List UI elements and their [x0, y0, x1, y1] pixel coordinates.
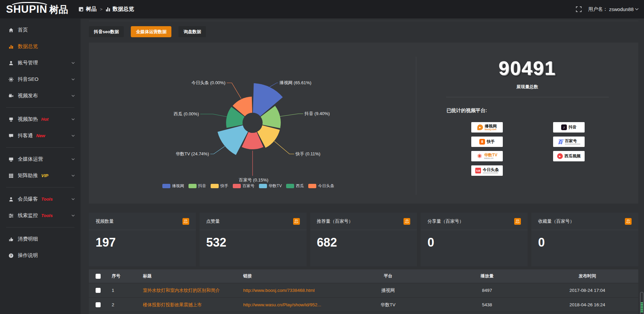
- col-header-no: 序号: [107, 273, 140, 279]
- legend-item-6[interactable]: 今日头条: [308, 183, 334, 189]
- bar-chart-icon: [106, 7, 110, 11]
- rose-pie-chart[interactable]: 播视网 (65.61%)抖音 (9.40%)快手 (0.11%)百家号 (0.1…: [89, 43, 418, 202]
- stat-card-3: 分享量（百家号）总0: [421, 213, 528, 266]
- username-value: zswodun88: [609, 7, 634, 12]
- fullscreen-icon[interactable]: [576, 6, 582, 12]
- logo-text-cn: 树品: [49, 5, 68, 14]
- sidebar-item-question[interactable]: ?操作说明: [0, 247, 80, 264]
- cell-time: 2017-08-24 17:04: [536, 288, 638, 293]
- user-icon: [8, 60, 14, 66]
- sidebar-item-home[interactable]: 首页: [0, 22, 80, 38]
- pie-label-4: 华数TV (24.74%): [176, 151, 209, 156]
- legend-item-5[interactable]: 西瓜: [286, 183, 304, 189]
- col-header-platform: 平台: [338, 273, 438, 279]
- sidebar-item-label: 全媒体运营: [18, 156, 43, 162]
- platform-badge-subtext: wasu.cn: [484, 157, 493, 159]
- platform-badge-text: 播视网: [485, 124, 497, 128]
- videos-table: 序号标题链接平台播放量发布时间1室外水纹灯和室内水纹灯的区别和简介http://…: [89, 269, 638, 314]
- sidebar-divider: [6, 187, 74, 188]
- sidebar-item-screen[interactable]: 全媒体运营: [0, 151, 80, 167]
- sidebar-item-tag: VIP: [41, 173, 48, 178]
- data-tabs: 抖音seo数据全媒体运营数据询盘数据: [89, 26, 638, 37]
- chat-icon: [8, 133, 14, 139]
- cell-platform: 播视网: [338, 287, 438, 294]
- sidebar-item-label: 抖音SEO: [18, 76, 39, 83]
- chevron-down-icon: [71, 62, 75, 64]
- tab-all-media[interactable]: 全媒体运营数据: [131, 26, 171, 37]
- douyin-logo-icon: ♪: [561, 124, 567, 130]
- total-badge: 总: [404, 218, 410, 225]
- sidebar-item-tag: Tools: [41, 197, 53, 202]
- sidebar-item-label: 首页: [18, 27, 28, 33]
- legend-label: 华数TV: [269, 183, 282, 189]
- member-icon: [8, 197, 14, 202]
- legend-item-2[interactable]: 快手: [211, 183, 228, 189]
- bars-icon: [8, 44, 14, 49]
- pie-sector-4[interactable]: 华数TV (24.74%): [218, 125, 248, 155]
- legend-mark: [162, 184, 170, 188]
- legend-mark: [189, 184, 197, 188]
- sidebar-item-user[interactable]: 账号管理: [0, 55, 80, 71]
- chevron-down-icon: [71, 118, 75, 120]
- kuaishou-logo-icon: 8: [479, 139, 485, 145]
- sidebar-item-hand[interactable]: 消费明细: [0, 231, 80, 247]
- sidebar-item-bars[interactable]: 数据总览: [0, 38, 80, 55]
- cell-url-link[interactable]: http://www.boosj.com/7338468.html: [238, 288, 338, 293]
- cell-title-link[interactable]: 楼体投影灯投影效果震撼上市: [140, 302, 238, 308]
- breadcrumb-separator: >: [100, 7, 103, 12]
- sidebar-item-member[interactable]: 会员爆客Tools: [0, 191, 80, 207]
- legend-item-4[interactable]: 华数TV: [259, 183, 282, 189]
- chart-legend: 播视网抖音快手百家号华数TV西瓜今日头条: [89, 183, 408, 189]
- user-menu[interactable]: 用户名：zswodun88: [588, 6, 639, 12]
- row-checkbox[interactable]: [96, 288, 101, 293]
- stat-card-value: 682: [310, 230, 417, 250]
- sliders-icon: [8, 213, 14, 218]
- pie-label-6: 今日头条 (0.00%): [192, 80, 225, 85]
- video-icon: [8, 93, 14, 99]
- sidebar-item-sliders[interactable]: 线索监控Tools: [0, 207, 80, 224]
- platform-badge-xigua: ▶西瓜视频: [553, 151, 585, 161]
- overview-panel: 播视网 (65.61%)抖音 (9.40%)快手 (0.11%)百家号 (0.1…: [89, 43, 638, 204]
- label-line-5: [200, 114, 227, 117]
- tab-inquiry[interactable]: 询盘数据: [178, 26, 206, 37]
- pie-label-2: 快手 (0.11%): [295, 151, 320, 156]
- boosj-logo-icon: ▶: [477, 124, 483, 130]
- summary-divider: [446, 97, 609, 97]
- label-line-6: [227, 83, 241, 99]
- sidebar-divider: [6, 107, 74, 108]
- breadcrumb-current: 数据总览: [113, 6, 134, 13]
- chevron-down-icon: [71, 174, 75, 177]
- platform-badge-baijiahao: 百百家号: [553, 137, 585, 147]
- tab-douyin-seo[interactable]: 抖音seo数据: [89, 26, 124, 37]
- sidebar-item-chat[interactable]: 抖客通New: [0, 127, 80, 144]
- stat-card-2: 推荐量（百家号）总682: [310, 213, 417, 266]
- legend-item-3[interactable]: 百家号: [233, 183, 255, 189]
- legend-item-0[interactable]: 播视网: [162, 183, 184, 189]
- platform-badge-text: 今日头条: [483, 168, 499, 172]
- total-impressions-label: 展现量总数: [416, 84, 638, 90]
- sidebar-item-gear[interactable]: 抖音SEO: [0, 71, 80, 88]
- sidebar-item-grid[interactable]: 矩阵助推VIP: [0, 167, 80, 184]
- platform-badge-kuaishou: 8快手: [471, 137, 503, 147]
- platform-badge-text: 百家号: [565, 139, 577, 143]
- topbar-right: 用户名：zswodun88: [576, 6, 644, 12]
- legend-label: 播视网: [172, 183, 184, 189]
- platform-badge-toutiao: 头条今日头条: [471, 165, 503, 176]
- legend-item-1[interactable]: 抖音: [189, 183, 206, 189]
- cell-title-link[interactable]: 室外水纹灯和室内水纹灯的区别和简介: [140, 287, 238, 294]
- baijiahao-logo-icon: 百: [557, 139, 563, 145]
- cell-url-link[interactable]: http://www.wasu.cn/Play/show/id/952...: [238, 302, 338, 307]
- sidebar-item-label: 视频加热: [18, 116, 38, 122]
- sidebar-item-video[interactable]: 视频发布: [0, 88, 80, 104]
- select-all-checkbox[interactable]: [96, 274, 101, 279]
- pie-label-5: 西瓜 (0.00%): [174, 111, 199, 116]
- stat-card-value: 197: [89, 230, 196, 250]
- header-divider: [89, 21, 638, 21]
- sidebar-item-heat[interactable]: 视频加热Hot: [0, 111, 80, 127]
- breadcrumb-home[interactable]: 树品: [86, 6, 97, 13]
- row-checkbox[interactable]: [96, 302, 101, 307]
- sidebar-item-tag: Tools: [41, 213, 53, 218]
- stat-card-value: 0: [531, 230, 638, 250]
- label-line-4: [210, 146, 225, 154]
- wasu-logo-icon: ✳: [477, 153, 482, 159]
